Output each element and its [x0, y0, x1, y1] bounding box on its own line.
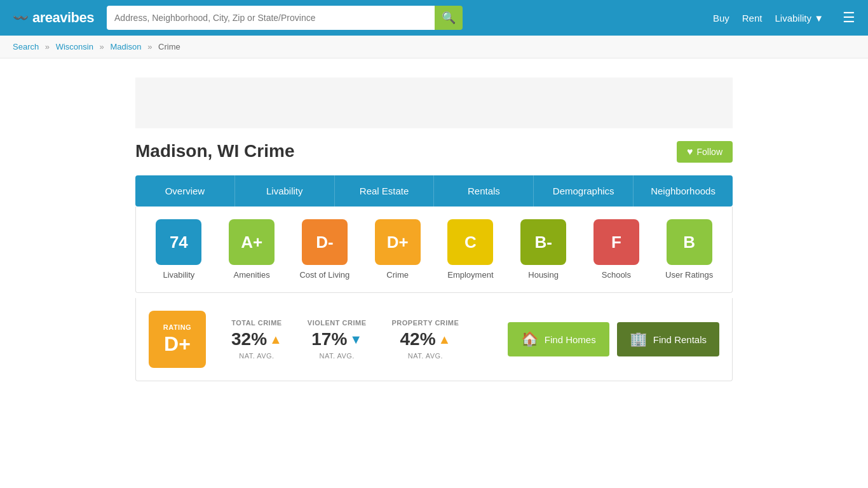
logo-icon: 〰️ — [13, 10, 29, 25]
logo[interactable]: 〰️ areavibes — [13, 10, 94, 26]
breadcrumb-search[interactable]: Search — [13, 42, 39, 51]
score-badge-crime: D+ — [375, 219, 421, 265]
tab-overview[interactable]: Overview — [135, 175, 235, 207]
score-card-crime[interactable]: D+Crime — [366, 219, 430, 280]
breadcrumb-city[interactable]: Madison — [110, 42, 141, 51]
score-card-user-ratings[interactable]: BUser Ratings — [658, 219, 721, 280]
score-label-user-ratings: User Ratings — [665, 270, 713, 280]
crime-stats: TOTAL CRIME32%▲NAT. AVG.VIOLENT CRIME17%… — [231, 319, 459, 360]
crime-stat-number-violent-crime: 17% — [311, 329, 347, 349]
nav-buy[interactable]: Buy — [713, 13, 729, 24]
score-label-employment: Employment — [447, 270, 493, 280]
logo-text: areavibes — [32, 10, 94, 26]
hamburger-icon[interactable]: ☰ — [843, 10, 855, 26]
page-title: Madison, WI Crime — [135, 141, 294, 161]
crime-stat-label-total-crime: TOTAL CRIME — [231, 319, 281, 327]
nav-tabs: OverviewLivabilityReal EstateRentalsDemo… — [135, 175, 733, 207]
find-rentals-button[interactable]: 🏢Find Rentals — [617, 322, 719, 356]
score-card-schools[interactable]: FSchools — [585, 219, 648, 280]
crime-actions: 🏠Find Homes🏢Find Rentals — [508, 322, 719, 356]
score-badge-amenities: A+ — [229, 219, 275, 265]
breadcrumb-current: Crime — [158, 42, 180, 51]
search-button[interactable]: 🔍 — [435, 6, 463, 30]
search-icon: 🔍 — [442, 11, 456, 25]
crime-stat-value-property-crime: 42%▲ — [400, 329, 451, 349]
crime-stat-number-total-crime: 32% — [231, 329, 267, 349]
score-label-amenities: Amenities — [234, 270, 270, 280]
score-card-cost-of-living[interactable]: D-Cost of Living — [293, 219, 356, 280]
find-homes-icon: 🏠 — [521, 331, 538, 348]
score-badge-employment: C — [447, 219, 493, 265]
ad-banner — [135, 78, 733, 128]
find-homes-label: Find Homes — [545, 334, 596, 345]
crime-stat-property-crime: PROPERTY CRIME42%▲NAT. AVG. — [392, 319, 459, 360]
score-card-employment[interactable]: CEmployment — [438, 219, 502, 280]
score-badge-housing: B- — [520, 219, 566, 265]
search-bar: 🔍 — [107, 6, 463, 30]
find-homes-button[interactable]: 🏠Find Homes — [508, 322, 609, 356]
crime-stat-avg-violent-crime: NAT. AVG. — [319, 352, 354, 360]
crime-panel: RATING D+ TOTAL CRIME32%▲NAT. AVG.VIOLEN… — [135, 298, 733, 381]
crime-rating-label: RATING — [163, 323, 191, 331]
score-label-schools: Schools — [602, 270, 631, 280]
follow-label: Follow — [697, 147, 722, 157]
follow-button[interactable]: ♥ Follow — [677, 141, 733, 163]
crime-stat-number-property-crime: 42% — [400, 329, 436, 349]
crime-stat-arrow-violent-crime: ▼ — [349, 332, 362, 347]
find-rentals-icon: 🏢 — [630, 331, 647, 348]
crime-stat-label-violent-crime: VIOLENT CRIME — [308, 319, 367, 327]
nav-livability[interactable]: Livability ▼ — [775, 13, 824, 24]
breadcrumb-state[interactable]: Wisconsin — [56, 42, 93, 51]
main-content: Madison, WI Crime ♥ Follow OverviewLivab… — [123, 58, 745, 407]
score-card-livability[interactable]: 74Livability — [147, 219, 210, 280]
score-badge-livability: 74 — [156, 219, 201, 265]
score-label-housing: Housing — [528, 270, 559, 280]
crime-rating-grade: D+ — [164, 332, 191, 356]
score-badge-cost-of-living: D- — [302, 219, 348, 265]
crime-rating-box: RATING D+ — [149, 311, 206, 368]
score-cards: 74LivabilityA+AmenitiesD-Cost of LivingD… — [135, 207, 733, 293]
tab-demographics[interactable]: Demographics — [534, 175, 634, 207]
nav-rent[interactable]: Rent — [742, 13, 763, 24]
breadcrumb: Search » Wisconsin » Madison » Crime — [0, 36, 868, 58]
crime-stat-value-total-crime: 32%▲ — [231, 329, 282, 349]
score-card-amenities[interactable]: A+Amenities — [220, 219, 283, 280]
score-badge-user-ratings: B — [667, 219, 712, 265]
crime-stat-avg-total-crime: NAT. AVG. — [239, 352, 274, 360]
crime-stat-arrow-total-crime: ▲ — [269, 332, 282, 347]
crime-stat-arrow-property-crime: ▲ — [438, 332, 451, 347]
main-nav: Buy Rent Livability ▼ ☰ — [713, 10, 855, 26]
crime-stat-value-violent-crime: 17%▼ — [311, 329, 362, 349]
score-label-cost-of-living: Cost of Living — [299, 270, 349, 280]
score-card-housing[interactable]: B-Housing — [512, 219, 575, 280]
crime-stat-avg-property-crime: NAT. AVG. — [408, 352, 443, 360]
tab-livability[interactable]: Livability — [235, 175, 335, 207]
title-row: Madison, WI Crime ♥ Follow — [135, 141, 733, 163]
tab-neighborhoods[interactable]: Neighborhoods — [634, 175, 733, 207]
crime-stat-label-property-crime: PROPERTY CRIME — [392, 319, 459, 327]
heart-icon: ♥ — [687, 146, 693, 158]
tab-rentals[interactable]: Rentals — [434, 175, 534, 207]
crime-stat-total-crime: TOTAL CRIME32%▲NAT. AVG. — [231, 319, 282, 360]
tab-real-estate[interactable]: Real Estate — [335, 175, 435, 207]
score-label-crime: Crime — [386, 270, 409, 280]
score-label-livability: Livability — [163, 270, 194, 280]
search-input[interactable] — [107, 6, 435, 30]
crime-stat-violent-crime: VIOLENT CRIME17%▼NAT. AVG. — [308, 319, 367, 360]
find-rentals-label: Find Rentals — [653, 334, 707, 345]
header: 〰️ areavibes 🔍 Buy Rent Livability ▼ ☰ — [0, 0, 868, 36]
score-badge-schools: F — [593, 219, 639, 265]
